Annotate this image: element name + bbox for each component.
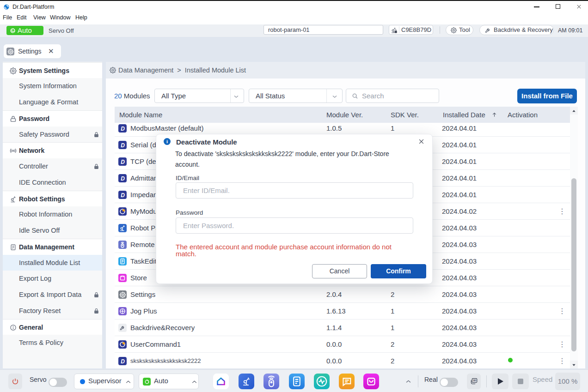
svg-text:D: D	[121, 142, 125, 149]
svg-text:D: D	[121, 175, 125, 182]
svg-text:D: D	[121, 192, 125, 199]
svg-text:D: D	[121, 159, 125, 165]
svg-text:D: D	[121, 126, 125, 132]
svg-text:D: D	[121, 358, 125, 365]
svg-text:3D: 3D	[473, 379, 476, 382]
